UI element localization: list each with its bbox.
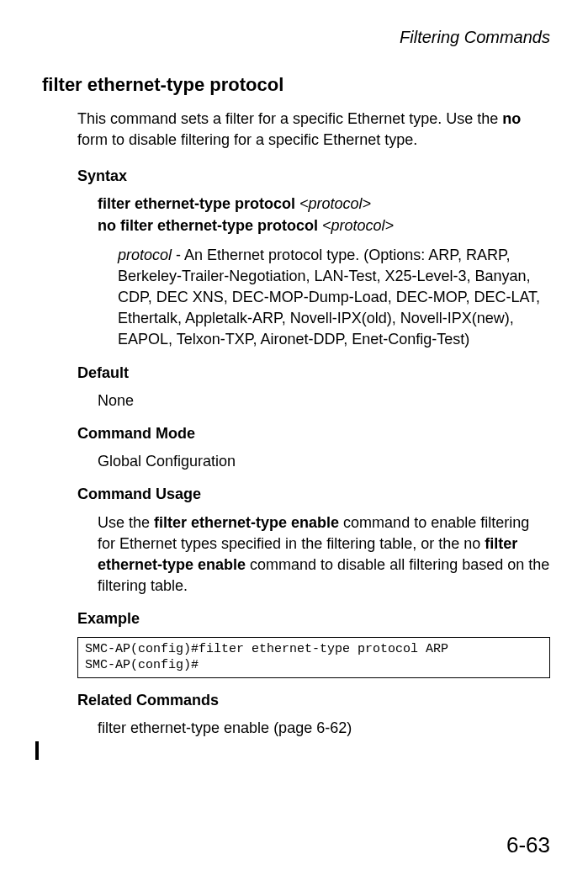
description-pre: This command sets a filter for a specifi… (77, 110, 502, 127)
related-text: filter ethernet-type enable (page 6-62) (98, 718, 550, 739)
page-number: 6-63 (506, 830, 550, 860)
command-usage-heading: Command Usage (77, 484, 550, 505)
command-description: This command sets a filter for a specifi… (77, 109, 550, 151)
example-code: SMC-AP(config)#filter ethernet-type prot… (77, 637, 550, 678)
usage-pre1: Use the (98, 514, 154, 531)
section-header: Filtering Commands (42, 25, 550, 49)
command-usage-text: Use the filter ethernet-type enable comm… (98, 512, 550, 597)
syntax-param-2: <protocol> (322, 217, 394, 234)
related-heading: Related Commands (77, 690, 550, 711)
command-title: filter ethernet-type protocol (42, 72, 550, 98)
command-mode-heading: Command Mode (77, 423, 550, 444)
default-heading: Default (77, 363, 550, 384)
syntax-block: filter ethernet-type protocol <protocol>… (98, 194, 550, 236)
syntax-cmd-2: no filter ethernet-type protocol (98, 217, 322, 234)
param-description: protocol - An Ethernet protocol type. (O… (118, 245, 550, 351)
param-name: protocol (118, 247, 172, 263)
syntax-cmd-1: filter ethernet-type protocol (98, 195, 299, 212)
default-value: None (98, 390, 550, 411)
syntax-line-1: filter ethernet-type protocol <protocol> (98, 194, 550, 215)
param-desc-text: - An Ethernet protocol type. (Options: A… (118, 247, 540, 348)
syntax-param-1: <protocol> (299, 195, 371, 212)
change-bar-icon (35, 741, 39, 760)
usage-bold1: filter ethernet-type enable (154, 514, 339, 531)
description-bold: no (502, 110, 521, 127)
command-mode-value: Global Configuration (98, 451, 550, 472)
syntax-heading: Syntax (77, 166, 550, 187)
example-heading: Example (77, 608, 550, 629)
description-post: form to disable filtering for a specific… (77, 131, 417, 148)
syntax-line-2: no filter ethernet-type protocol <protoc… (98, 215, 550, 236)
